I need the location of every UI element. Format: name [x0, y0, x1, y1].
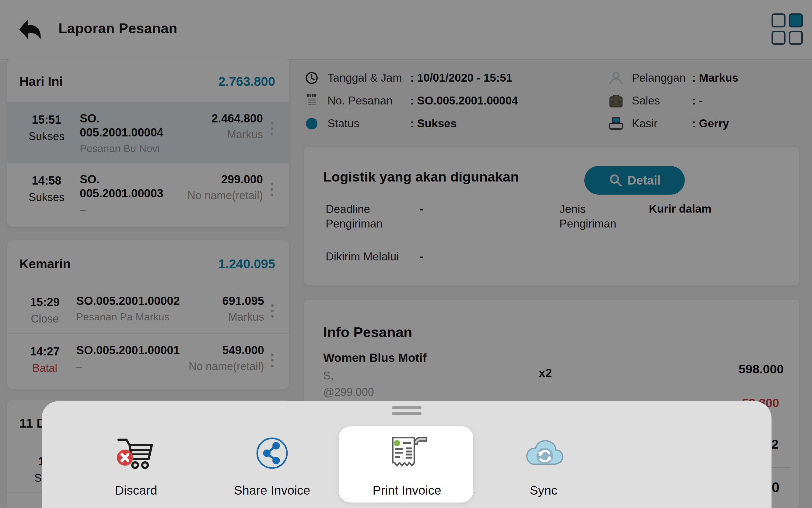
discard-button[interactable]: Discard	[72, 430, 200, 498]
receipt-icon	[385, 430, 429, 476]
action-label: Share Invoice	[234, 483, 311, 498]
action-label: Discard	[115, 483, 157, 498]
sync-button[interactable]: Sync	[480, 430, 608, 498]
drag-handle[interactable]	[392, 406, 422, 418]
share-invoice-button[interactable]: Share Invoice	[208, 430, 336, 498]
action-label: Print Invoice	[373, 483, 441, 498]
share-icon	[255, 430, 289, 476]
laporan-pesanan-screen: Laporan Pesanan Hari Ini 2.763.800 15:51…	[0, 0, 812, 508]
action-sheet: Discard Share Invoice	[42, 401, 771, 508]
discard-cart-icon	[116, 430, 156, 476]
cloud-sync-icon	[522, 430, 565, 476]
print-invoice-button[interactable]: Print Invoice	[343, 430, 471, 498]
action-label: Sync	[530, 483, 557, 498]
